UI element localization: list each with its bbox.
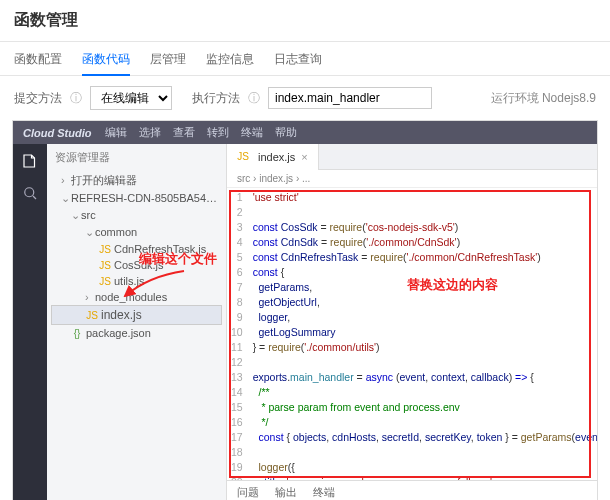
code-area[interactable]: 替换这边的内容 12345678910111213141516171819202…	[227, 188, 597, 480]
tree-file-cossdk[interactable]: JSCosSdk.js	[51, 257, 222, 273]
ide-container: Cloud Studio 编辑选择查看转到终端帮助 资源管理器 ›打开的编辑器 …	[12, 120, 598, 500]
exec-method-label: 执行方法	[192, 90, 240, 107]
editor-tabbar: JS index.js ×	[227, 144, 597, 170]
runtime-label: 运行环境 Nodejs8.9	[491, 90, 596, 107]
exec-method-input[interactable]	[268, 87, 432, 109]
main-tab-1[interactable]: 函数代码	[82, 42, 130, 76]
search-icon[interactable]	[21, 184, 39, 202]
close-icon[interactable]: ×	[301, 151, 307, 163]
main-tab-0[interactable]: 函数配置	[14, 42, 62, 76]
ide-menubar: Cloud Studio 编辑选择查看转到终端帮助	[13, 121, 597, 144]
tree-file-utils[interactable]: JSutils.js	[51, 273, 222, 289]
main-tab-2[interactable]: 层管理	[150, 42, 186, 76]
submit-method-label: 提交方法	[14, 90, 62, 107]
info-icon[interactable]: ⓘ	[70, 90, 82, 107]
ide-menu-item[interactable]: 终端	[241, 126, 263, 138]
tree-open-editors[interactable]: ›打开的编辑器	[51, 171, 222, 190]
file-tree: ›打开的编辑器 ⌄REFRESH-CDN-8505BA54E518A84D2E8…	[47, 171, 226, 341]
ide-logo: Cloud Studio	[23, 127, 91, 139]
tree-common[interactable]: ⌄common	[51, 224, 222, 241]
page-title: 函数管理	[0, 0, 610, 42]
ide-menu-item[interactable]: 转到	[207, 126, 229, 138]
toolbar: 提交方法 ⓘ 在线编辑 执行方法 ⓘ 运行环境 Nodejs8.9	[0, 76, 610, 120]
breadcrumb[interactable]: src › index.js › ...	[227, 170, 597, 188]
panel-tab[interactable]: 终端	[313, 485, 335, 500]
svg-point-0	[25, 188, 34, 197]
main-tab-3[interactable]: 监控信息	[206, 42, 254, 76]
info-icon[interactable]: ⓘ	[248, 90, 260, 107]
submit-method-select[interactable]: 在线编辑	[90, 86, 172, 110]
main-tabs: 函数配置函数代码层管理监控信息日志查询	[0, 42, 610, 76]
main-tab-4[interactable]: 日志查询	[274, 42, 322, 76]
activity-bar	[13, 144, 47, 500]
tree-src[interactable]: ⌄src	[51, 207, 222, 224]
tree-node-modules[interactable]: ›node_modules	[51, 289, 222, 305]
explorer-sidebar: 资源管理器 ›打开的编辑器 ⌄REFRESH-CDN-8505BA54E518A…	[47, 144, 227, 500]
tree-file-package[interactable]: {}package.json	[51, 325, 222, 341]
ide-menu-item[interactable]: 选择	[139, 126, 161, 138]
tree-root[interactable]: ⌄REFRESH-CDN-8505BA54E518A84D2E8D323	[51, 190, 222, 207]
ide-menu-item[interactable]: 帮助	[275, 126, 297, 138]
files-icon[interactable]	[21, 152, 39, 170]
panel-tab[interactable]: 输出	[275, 485, 297, 500]
tree-file-index[interactable]: JSindex.js	[51, 305, 222, 325]
js-icon: JS	[237, 151, 249, 162]
panel-tabs: 问题输出终端	[227, 480, 597, 500]
editor-tab-index[interactable]: JS index.js ×	[227, 144, 319, 170]
ide-menu-item[interactable]: 查看	[173, 126, 195, 138]
editor-pane: JS index.js × src › index.js › ... 替换这边的…	[227, 144, 597, 500]
panel-tab[interactable]: 问题	[237, 485, 259, 500]
ide-menu-item[interactable]: 编辑	[105, 126, 127, 138]
tree-file-cdnrefresh[interactable]: JSCdnRefreshTask.js	[51, 241, 222, 257]
explorer-title: 资源管理器	[47, 144, 226, 171]
